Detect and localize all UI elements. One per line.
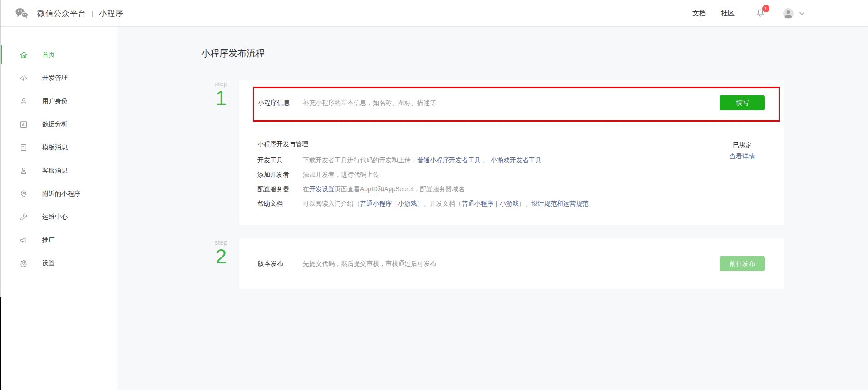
nav-docs-link[interactable]: 文档 <box>692 9 706 18</box>
binding-status: 已绑定 查看详情 <box>720 141 765 161</box>
service-user-icon <box>19 166 28 175</box>
header-nav: 文档 社区 1 <box>692 8 804 19</box>
inline-link[interactable]: 小游戏 <box>499 200 518 207</box>
brand-product: 小程序 <box>99 8 123 19</box>
brand-name: 微信公众平台 <box>37 8 86 19</box>
inline-text: ）、 <box>518 200 531 207</box>
sidebar-item-service-message[interactable]: 客服消息 <box>0 159 117 182</box>
miniprogram-info-row: 小程序信息 补充小程序的基本信息，如名称、图标、描述等 填写 <box>239 80 784 126</box>
dev-row-desc: 下载开发者工具进行代码的开发和上传：普通小程序开发者工具 、 小游戏开发者工具 <box>303 155 712 164</box>
window-edge-gray <box>0 0 1 297</box>
sidebar-item-label: 用户身份 <box>42 97 68 105</box>
sidebar-item-user-identity[interactable]: 用户身份 <box>0 89 117 113</box>
sidebar-item-label: 首页 <box>42 51 55 59</box>
dev-rows: 开发工具下载开发者工具进行代码的开发和上传：普通小程序开发者工具 、 小游戏开发… <box>257 155 712 213</box>
fill-in-button[interactable]: 填写 <box>720 95 765 110</box>
main-content: 小程序发布流程 step 1 小程序信息 补充小程序的基本信息，如名称、图标、描… <box>117 27 868 390</box>
dev-row-label: 帮助文档 <box>257 199 303 208</box>
wrench-icon <box>19 212 28 222</box>
sidebar-item-dev-manage[interactable]: 开发管理 <box>0 66 117 89</box>
sidebar-item-label: 开发管理 <box>42 74 68 82</box>
view-details-link[interactable]: 查看详情 <box>720 153 765 161</box>
sidebar-item-label: 推广 <box>42 236 55 244</box>
dev-row-desc: 添加开发者，进行代码上传 <box>303 170 712 179</box>
user-silhouette-icon <box>783 8 794 19</box>
inline-text: 在 <box>303 185 309 193</box>
dev-row-label: 配置服务器 <box>257 184 303 193</box>
dev-row: 帮助文档可以阅读入门介绍（普通小程序｜小游戏）、开发文档（普通小程序｜小游戏）、… <box>257 199 712 208</box>
notification-badge: 1 <box>762 5 769 12</box>
inline-link[interactable]: 小游戏 <box>398 200 417 207</box>
inline-link[interactable]: 普通小程序开发者工具 <box>417 156 481 163</box>
dashed-separator <box>257 126 764 126</box>
step-number: 1 <box>209 87 233 109</box>
inline-link[interactable]: 开发设置 <box>309 185 335 193</box>
info-row-desc: 补充小程序的基本信息，如名称、图标、描述等 <box>303 99 720 107</box>
sidebar-item-home[interactable]: 首页 <box>0 43 117 66</box>
brand-divider: | <box>92 10 94 17</box>
inline-link[interactable]: ｜ <box>392 200 398 207</box>
inline-text: 可以阅读入门介绍（ <box>303 200 360 207</box>
dev-row: 添加开发者添加开发者，进行代码上传 <box>257 170 712 179</box>
template-doc-icon <box>19 143 28 152</box>
info-row-desc: 先提交代码，然后提交审核，审核通过后可发布 <box>303 260 720 268</box>
step-word: step <box>209 80 233 87</box>
app-header: 微信公众平台 | 小程序 文档 社区 1 <box>0 0 868 27</box>
sidebar-item-promotion[interactable]: 推广 <box>0 228 117 252</box>
sidebar-item-label: 设置 <box>42 259 55 267</box>
version-release-row: 版本发布 先提交代码，然后提交审核，审核通过后可发布 前往发布 <box>239 238 784 289</box>
sidebar-item-label: 运维中心 <box>42 213 68 221</box>
sidebar: 首页开发管理用户身份数据分析模板消息客服消息附近的小程序运维中心推广设置 <box>0 27 117 390</box>
inline-link[interactable]: 普通小程序 <box>360 200 392 207</box>
sidebar-item-template-message[interactable]: 模板消息 <box>0 136 117 159</box>
go-publish-button[interactable]: 前往发布 <box>720 256 765 271</box>
inline-link[interactable]: 设计规范和运营规范 <box>531 200 588 207</box>
inline-text: 页面查看AppID和AppSecret，配置服务器域名 <box>335 185 464 193</box>
bar-chart-icon <box>19 120 28 129</box>
location-pin-icon <box>19 189 28 198</box>
page-title: 小程序发布流程 <box>201 47 265 59</box>
window-edge-black <box>0 297 1 390</box>
step-number: 2 <box>209 246 233 267</box>
sidebar-item-label: 模板消息 <box>42 143 68 152</box>
inline-link[interactable]: 小游戏开发者工具 <box>491 156 542 163</box>
step1-card: 小程序信息 补充小程序的基本信息，如名称、图标、描述等 填写 小程序开发与管理 … <box>239 80 784 225</box>
step2-card: 版本发布 先提交代码，然后提交审核，审核通过后可发布 前往发布 <box>239 238 784 289</box>
code-icon <box>19 74 28 83</box>
dev-row-label: 添加开发者 <box>257 170 303 179</box>
nav-community-link[interactable]: 社区 <box>721 9 735 18</box>
step2-indicator: step 2 <box>209 239 233 267</box>
info-row-label: 版本发布 <box>258 260 303 268</box>
avatar[interactable] <box>783 8 794 19</box>
inline-text: ）、开发文档（ <box>417 200 462 207</box>
dev-row: 开发工具下载开发者工具进行代码的开发和上传：普通小程序开发者工具 、 小游戏开发… <box>257 155 712 164</box>
sidebar-item-settings[interactable]: 设置 <box>0 252 117 275</box>
inline-text: 、 <box>481 156 491 163</box>
sidebar-item-nearby-miniprogram[interactable]: 附近的小程序 <box>0 182 117 205</box>
inline-link[interactable]: 普通小程序 <box>462 200 493 207</box>
notification-bell[interactable]: 1 <box>755 8 765 19</box>
sidebar-item-label: 附近的小程序 <box>42 190 80 198</box>
wechat-miniprogram-console: 微信公众平台 | 小程序 文档 社区 1 <box>0 0 868 390</box>
sidebar-item-ops-center[interactable]: 运维中心 <box>0 205 117 228</box>
sidebar-item-label: 数据分析 <box>42 120 68 128</box>
megaphone-icon <box>19 236 28 245</box>
step1-indicator: step 1 <box>209 80 233 109</box>
dev-row-label: 开发工具 <box>257 155 303 164</box>
brand: 微信公众平台 | 小程序 <box>15 7 123 19</box>
wechat-logo-icon <box>15 7 29 19</box>
sidebar-item-data-analysis[interactable]: 数据分析 <box>0 113 117 136</box>
inline-text: 下载开发者工具进行代码的开发和上传： <box>303 156 417 163</box>
user-icon <box>19 97 28 106</box>
dev-row-desc: 在开发设置页面查看AppID和AppSecret，配置服务器域名 <box>303 184 712 193</box>
dev-row-desc: 可以阅读入门介绍（普通小程序｜小游戏）、开发文档（普通小程序｜小游戏）、设计规范… <box>303 199 712 208</box>
home-icon <box>19 50 28 59</box>
inline-text: 添加开发者，进行代码上传 <box>303 171 379 178</box>
info-row-label: 小程序信息 <box>258 99 303 107</box>
dev-section-title: 小程序开发与管理 <box>257 140 308 148</box>
status-text: 已绑定 <box>720 141 765 149</box>
inline-link[interactable]: ｜ <box>493 200 500 207</box>
step-word: step <box>209 239 233 246</box>
chevron-down-icon[interactable] <box>799 12 804 15</box>
gear-icon <box>19 259 28 268</box>
